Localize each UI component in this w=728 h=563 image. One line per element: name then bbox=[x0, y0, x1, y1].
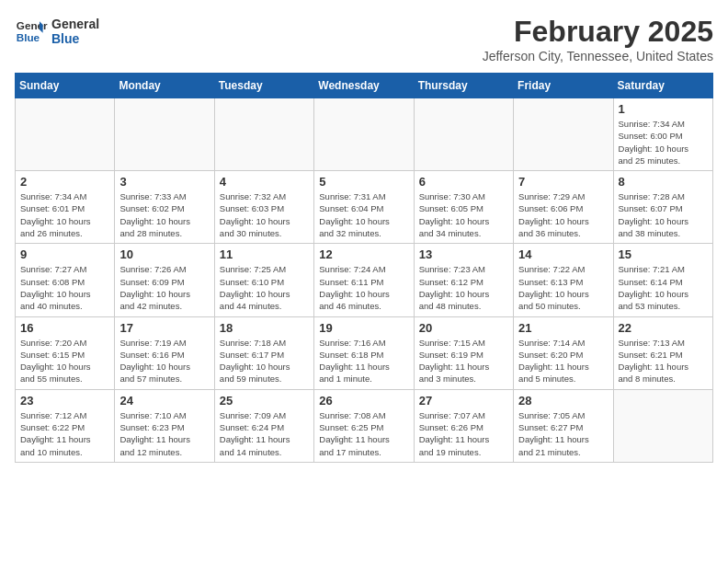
column-header-friday: Friday bbox=[514, 74, 613, 98]
day-info: Sunrise: 7:21 AM Sunset: 6:14 PM Dayligh… bbox=[619, 263, 708, 312]
column-header-wednesday: Wednesday bbox=[314, 74, 414, 98]
day-number: 6 bbox=[419, 175, 508, 189]
calendar-cell bbox=[314, 98, 414, 171]
day-info: Sunrise: 7:20 AM Sunset: 6:15 PM Dayligh… bbox=[20, 337, 109, 385]
day-number: 22 bbox=[619, 321, 708, 335]
calendar-cell bbox=[115, 98, 214, 171]
calendar-cell: 27Sunrise: 7:07 AM Sunset: 6:26 PM Dayli… bbox=[414, 389, 513, 462]
page-header: General Blue General Blue February 2025 … bbox=[15, 15, 713, 63]
calendar-cell: 25Sunrise: 7:09 AM Sunset: 6:24 PM Dayli… bbox=[214, 389, 313, 462]
calendar-cell: 21Sunrise: 7:14 AM Sunset: 6:20 PM Dayli… bbox=[514, 316, 613, 389]
calendar-cell: 3Sunrise: 7:33 AM Sunset: 6:02 PM Daylig… bbox=[115, 171, 214, 244]
day-number: 1 bbox=[619, 102, 708, 116]
day-number: 24 bbox=[119, 394, 209, 408]
day-info: Sunrise: 7:07 AM Sunset: 6:26 PM Dayligh… bbox=[419, 409, 508, 458]
calendar-cell: 12Sunrise: 7:24 AM Sunset: 6:11 PM Dayli… bbox=[314, 244, 414, 316]
column-header-tuesday: Tuesday bbox=[214, 74, 313, 98]
day-info: Sunrise: 7:22 AM Sunset: 6:13 PM Dayligh… bbox=[518, 263, 608, 312]
calendar-week-5: 23Sunrise: 7:12 AM Sunset: 6:22 PM Dayli… bbox=[16, 389, 713, 462]
column-header-thursday: Thursday bbox=[414, 74, 513, 98]
day-number: 2 bbox=[20, 175, 109, 189]
day-number: 21 bbox=[518, 321, 608, 335]
day-number: 18 bbox=[220, 321, 309, 335]
title-area: February 2025 Jefferson City, Tennessee,… bbox=[483, 15, 713, 63]
day-info: Sunrise: 7:16 AM Sunset: 6:18 PM Dayligh… bbox=[319, 337, 408, 385]
day-number: 3 bbox=[119, 175, 209, 189]
day-info: Sunrise: 7:10 AM Sunset: 6:23 PM Dayligh… bbox=[119, 409, 209, 458]
day-info: Sunrise: 7:14 AM Sunset: 6:20 PM Dayligh… bbox=[518, 337, 608, 385]
day-info: Sunrise: 7:23 AM Sunset: 6:12 PM Dayligh… bbox=[419, 263, 508, 312]
day-number: 13 bbox=[419, 247, 508, 261]
calendar-cell: 28Sunrise: 7:05 AM Sunset: 6:27 PM Dayli… bbox=[514, 389, 613, 462]
calendar-cell: 7Sunrise: 7:29 AM Sunset: 6:06 PM Daylig… bbox=[514, 171, 613, 244]
calendar-cell: 26Sunrise: 7:08 AM Sunset: 6:25 PM Dayli… bbox=[314, 389, 414, 462]
calendar-week-4: 16Sunrise: 7:20 AM Sunset: 6:15 PM Dayli… bbox=[16, 316, 713, 389]
column-header-saturday: Saturday bbox=[613, 74, 712, 98]
calendar-cell: 23Sunrise: 7:12 AM Sunset: 6:22 PM Dayli… bbox=[16, 389, 115, 462]
calendar-cell bbox=[214, 98, 313, 171]
calendar-table: SundayMondayTuesdayWednesdayThursdayFrid… bbox=[15, 73, 713, 463]
column-header-monday: Monday bbox=[115, 74, 214, 98]
calendar-week-1: 1Sunrise: 7:34 AM Sunset: 6:00 PM Daylig… bbox=[16, 98, 713, 171]
calendar-week-3: 9Sunrise: 7:27 AM Sunset: 6:08 PM Daylig… bbox=[16, 244, 713, 316]
calendar-cell: 6Sunrise: 7:30 AM Sunset: 6:05 PM Daylig… bbox=[414, 171, 513, 244]
day-number: 16 bbox=[20, 321, 109, 335]
calendar-cell: 20Sunrise: 7:15 AM Sunset: 6:19 PM Dayli… bbox=[414, 316, 513, 389]
day-info: Sunrise: 7:08 AM Sunset: 6:25 PM Dayligh… bbox=[319, 409, 408, 458]
day-info: Sunrise: 7:34 AM Sunset: 6:01 PM Dayligh… bbox=[20, 190, 109, 239]
day-info: Sunrise: 7:13 AM Sunset: 6:21 PM Dayligh… bbox=[619, 337, 708, 385]
day-number: 9 bbox=[20, 247, 109, 261]
day-number: 8 bbox=[619, 175, 708, 189]
day-number: 5 bbox=[319, 175, 408, 189]
calendar-cell: 2Sunrise: 7:34 AM Sunset: 6:01 PM Daylig… bbox=[16, 171, 115, 244]
day-number: 20 bbox=[419, 321, 508, 335]
day-info: Sunrise: 7:24 AM Sunset: 6:11 PM Dayligh… bbox=[319, 263, 408, 312]
calendar-cell bbox=[613, 389, 712, 462]
day-info: Sunrise: 7:33 AM Sunset: 6:02 PM Dayligh… bbox=[119, 190, 209, 239]
calendar-cell: 5Sunrise: 7:31 AM Sunset: 6:04 PM Daylig… bbox=[314, 171, 414, 244]
calendar-cell: 10Sunrise: 7:26 AM Sunset: 6:09 PM Dayli… bbox=[115, 244, 214, 316]
svg-text:General: General bbox=[17, 19, 48, 31]
location-title: Jefferson City, Tennessee, United States bbox=[483, 49, 713, 63]
day-info: Sunrise: 7:29 AM Sunset: 6:06 PM Dayligh… bbox=[518, 190, 608, 239]
calendar-cell: 4Sunrise: 7:32 AM Sunset: 6:03 PM Daylig… bbox=[214, 171, 313, 244]
day-info: Sunrise: 7:28 AM Sunset: 6:07 PM Dayligh… bbox=[619, 190, 708, 239]
day-number: 14 bbox=[518, 247, 608, 261]
calendar-cell: 13Sunrise: 7:23 AM Sunset: 6:12 PM Dayli… bbox=[414, 244, 513, 316]
calendar-cell: 16Sunrise: 7:20 AM Sunset: 6:15 PM Dayli… bbox=[16, 316, 115, 389]
logo-blue: Blue bbox=[51, 31, 99, 46]
day-info: Sunrise: 7:15 AM Sunset: 6:19 PM Dayligh… bbox=[419, 337, 508, 385]
calendar-cell: 18Sunrise: 7:18 AM Sunset: 6:17 PM Dayli… bbox=[214, 316, 313, 389]
day-info: Sunrise: 7:12 AM Sunset: 6:22 PM Dayligh… bbox=[20, 409, 109, 458]
day-info: Sunrise: 7:26 AM Sunset: 6:09 PM Dayligh… bbox=[119, 263, 209, 312]
calendar-cell bbox=[16, 98, 115, 171]
logo-general: General bbox=[51, 17, 99, 31]
day-number: 4 bbox=[220, 175, 309, 189]
day-number: 15 bbox=[619, 247, 708, 261]
day-number: 27 bbox=[419, 394, 508, 408]
day-number: 28 bbox=[518, 394, 608, 408]
calendar-cell: 8Sunrise: 7:28 AM Sunset: 6:07 PM Daylig… bbox=[613, 171, 712, 244]
day-info: Sunrise: 7:27 AM Sunset: 6:08 PM Dayligh… bbox=[20, 263, 109, 312]
day-number: 10 bbox=[119, 247, 209, 261]
calendar-cell: 15Sunrise: 7:21 AM Sunset: 6:14 PM Dayli… bbox=[613, 244, 712, 316]
day-number: 26 bbox=[319, 394, 408, 408]
day-info: Sunrise: 7:25 AM Sunset: 6:10 PM Dayligh… bbox=[220, 263, 309, 312]
day-info: Sunrise: 7:32 AM Sunset: 6:03 PM Dayligh… bbox=[220, 190, 309, 239]
day-info: Sunrise: 7:30 AM Sunset: 6:05 PM Dayligh… bbox=[419, 190, 508, 239]
day-info: Sunrise: 7:05 AM Sunset: 6:27 PM Dayligh… bbox=[518, 409, 608, 458]
calendar-cell: 14Sunrise: 7:22 AM Sunset: 6:13 PM Dayli… bbox=[514, 244, 613, 316]
day-info: Sunrise: 7:18 AM Sunset: 6:17 PM Dayligh… bbox=[220, 337, 309, 385]
calendar-cell: 9Sunrise: 7:27 AM Sunset: 6:08 PM Daylig… bbox=[16, 244, 115, 316]
calendar-cell: 17Sunrise: 7:19 AM Sunset: 6:16 PM Dayli… bbox=[115, 316, 214, 389]
calendar-cell bbox=[414, 98, 513, 171]
day-info: Sunrise: 7:31 AM Sunset: 6:04 PM Dayligh… bbox=[319, 190, 408, 239]
day-number: 17 bbox=[119, 321, 209, 335]
column-header-sunday: Sunday bbox=[16, 74, 115, 98]
day-number: 11 bbox=[220, 247, 309, 261]
calendar-cell: 1Sunrise: 7:34 AM Sunset: 6:00 PM Daylig… bbox=[613, 98, 712, 171]
logo-icon: General Blue bbox=[15, 15, 48, 48]
day-number: 23 bbox=[20, 394, 109, 408]
calendar-cell: 24Sunrise: 7:10 AM Sunset: 6:23 PM Dayli… bbox=[115, 389, 214, 462]
calendar-cell: 19Sunrise: 7:16 AM Sunset: 6:18 PM Dayli… bbox=[314, 316, 414, 389]
